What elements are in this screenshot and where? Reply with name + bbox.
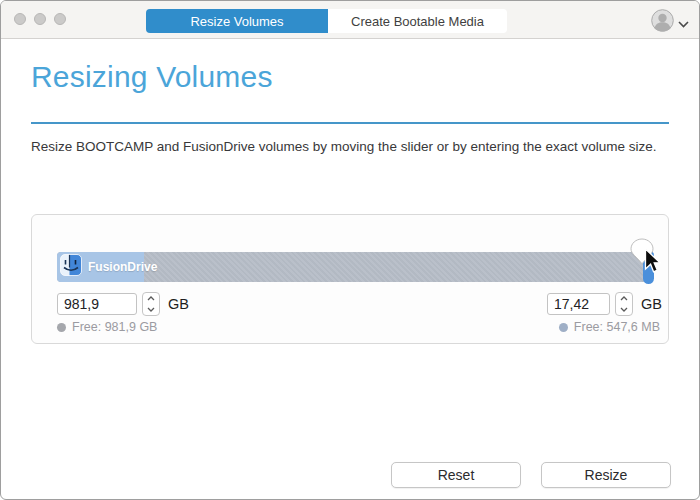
header-divider: [31, 122, 669, 124]
titlebar: Resize Volumes Create Bootable Media: [1, 1, 699, 39]
page-title: Resizing Volumes: [31, 58, 273, 96]
left-size-stepper: [142, 292, 160, 316]
close-button[interactable]: [14, 13, 26, 25]
right-size-stepper: [615, 292, 633, 316]
right-size-input[interactable]: [547, 293, 610, 315]
resize-panel: FusionDrive: [31, 214, 669, 344]
stepper-up-button[interactable]: [616, 293, 632, 304]
right-free-label: Free: 547,6 MB: [574, 320, 660, 334]
user-avatar-icon: [651, 9, 674, 36]
reset-button[interactable]: Reset: [391, 462, 521, 488]
stepper-up-button[interactable]: [143, 293, 159, 304]
tab-bar: Resize Volumes Create Bootable Media: [146, 9, 507, 33]
left-unit-label: GB: [168, 296, 189, 312]
page-description: Resize BOOTCAMP and FusionDrive volumes …: [31, 138, 676, 156]
right-size-group: GB: [547, 292, 662, 316]
tab-create-bootable-media[interactable]: Create Bootable Media: [328, 9, 507, 33]
minimize-button[interactable]: [34, 13, 46, 25]
blue-dot-icon: [559, 323, 568, 332]
gray-dot-icon: [57, 323, 66, 332]
left-size-input[interactable]: [57, 293, 137, 315]
stepper-down-button[interactable]: [143, 304, 159, 315]
zoom-button[interactable]: [54, 13, 66, 25]
resize-button[interactable]: Resize: [541, 462, 671, 488]
right-free-group: Free: 547,6 MB: [559, 320, 660, 334]
partition-slider: FusionDrive: [57, 252, 654, 282]
mouse-cursor: [644, 248, 661, 274]
left-free-group: Free: 981,9 GB: [57, 320, 157, 334]
stepper-down-button[interactable]: [616, 304, 632, 315]
finder-icon: [60, 254, 82, 280]
left-free-label: Free: 981,9 GB: [72, 320, 157, 334]
window-controls: [14, 13, 66, 25]
volume-name-label: FusionDrive: [88, 260, 157, 274]
app-window: Resize Volumes Create Bootable Media Res…: [0, 0, 700, 500]
right-unit-label: GB: [641, 296, 662, 312]
account-menu-button[interactable]: [651, 9, 689, 36]
slider-volume-segment: FusionDrive: [57, 252, 144, 282]
left-size-group: GB: [57, 292, 189, 316]
tab-resize-volumes[interactable]: Resize Volumes: [146, 9, 328, 33]
chevron-down-icon: [678, 14, 689, 32]
